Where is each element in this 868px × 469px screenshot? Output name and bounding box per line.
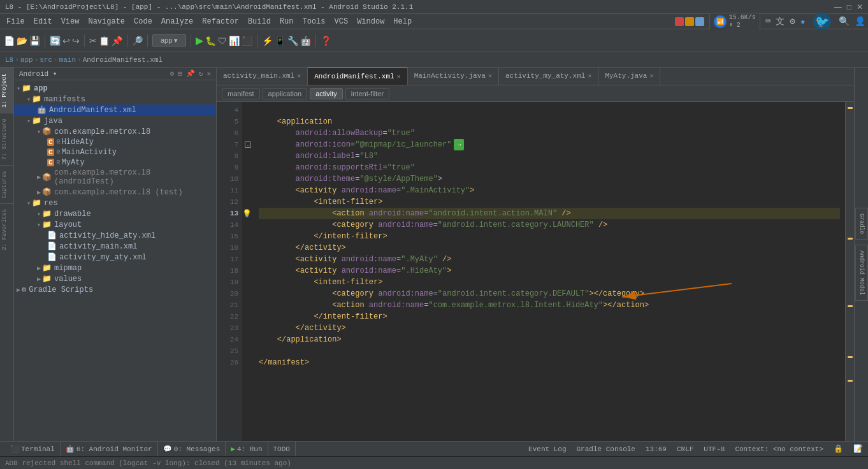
tree-item-package-androidtest[interactable]: ▶ 📦 com.example.metrox.l8 (androidTest) [14, 168, 216, 187]
status-messages[interactable]: 💬 0: Messages [158, 442, 226, 456]
tree-item-res[interactable]: ▾ 📁 res [14, 198, 216, 208]
tree-dropdown[interactable]: Android ▾ [19, 69, 57, 78]
save-btn[interactable]: 💾 [29, 36, 40, 46]
user-icon[interactable]: 👤 [855, 16, 865, 27]
captures-tab[interactable]: Captures [0, 165, 13, 203]
sync-btn[interactable]: 🔄 [50, 36, 61, 46]
code-line-19: <intent-filter> [259, 277, 840, 288]
gradle-sync-btn[interactable]: ⚡ [262, 36, 273, 46]
tree-item-androidmanifest[interactable]: 🤖 AndroidManifest.xml [14, 105, 216, 115]
coverage-btn[interactable]: 🛡 [218, 36, 227, 46]
help-btn[interactable]: ❓ [321, 36, 331, 46]
status-gradle-console[interactable]: Gradle Console [577, 445, 635, 453]
tree-pin-icon[interactable]: 📌 [186, 69, 195, 78]
tree-sync-icon[interactable]: ↻ [199, 69, 203, 78]
tree-item-manifests[interactable]: ▾ 📁 manifests [14, 94, 216, 105]
tree-item-java[interactable]: ▾ 📁 java [14, 115, 216, 126]
menu-window[interactable]: Window [353, 16, 388, 27]
tab-activity-main-xml[interactable]: activity_main.xml ✕ [217, 68, 308, 85]
tree-item-app[interactable]: ▾ 📁 app [14, 83, 216, 94]
status-android-monitor[interactable]: 🤖 6: Android Monitor [61, 442, 158, 456]
avd-btn[interactable]: 📱 [275, 36, 286, 46]
tree-item-activity-hide-aty[interactable]: 📄 activity_hide_aty.xml [14, 230, 216, 241]
menu-help[interactable]: Help [389, 16, 416, 27]
menu-vcs[interactable]: VCS [331, 16, 352, 27]
code-editor[interactable]: 4 5 6 7 8 9 10 11 12 13 14 15 16 17 18 1… [217, 102, 854, 441]
tree-item-package-test[interactable]: ▶ 📦 com.example.metrox.l8 (test) [14, 187, 216, 198]
tree-settings-icon[interactable]: ⚙ [170, 69, 175, 78]
redo-btn[interactable]: ↪ [72, 36, 80, 46]
tree-item-mipmap[interactable]: ▶ 📁 mipmap [14, 263, 216, 273]
tab-activity-my-aty-xml[interactable]: activity_my_aty.xml ✕ [499, 68, 598, 85]
debug-btn[interactable]: 🐛 [205, 36, 216, 46]
tree-item-myaty[interactable]: C R MyAty [14, 157, 216, 168]
status-run[interactable]: ▶ 4: Run [226, 442, 268, 456]
tree-item-gradle-scripts[interactable]: ▶ ⚙ Gradle Scripts [14, 284, 216, 295]
menu-refactor[interactable]: Refactor [198, 16, 243, 27]
undo-btn[interactable]: ↩ [62, 36, 70, 46]
paste-btn[interactable]: 📌 [112, 36, 122, 46]
search-icon[interactable]: 🔍 [839, 16, 850, 27]
tree-collapse-icon[interactable]: ⊟ [178, 69, 182, 78]
right-scroll-gutter[interactable] [845, 102, 854, 441]
breadcrumb-application-btn[interactable]: application [263, 88, 308, 99]
tab-close-my-aty[interactable]: ✕ [588, 72, 591, 80]
code-line-10: android:theme="@style/AppTheme"> [259, 173, 840, 185]
breadcrumb-manifest[interactable]: AndroidManifest.xml [83, 56, 163, 64]
menu-navigate[interactable]: Navigate [84, 16, 129, 27]
status-line-ending[interactable]: CRLF [677, 445, 693, 453]
tree-item-activity-main[interactable]: 📄 activity_main.xml [14, 241, 216, 252]
tree-hide-icon[interactable]: ✕ [206, 69, 211, 78]
menu-view[interactable]: View [57, 16, 83, 27]
tab-close-mainactivity[interactable]: ✕ [488, 72, 492, 80]
profile-btn[interactable]: 📊 [229, 36, 240, 46]
menu-file[interactable]: File [3, 16, 29, 27]
breadcrumb-manifest-btn[interactable]: manifest [222, 88, 260, 99]
gradle-side-tab[interactable]: Gradle [855, 208, 868, 240]
app-selector[interactable]: app ▾ [152, 34, 186, 47]
tab-close-activity-main[interactable]: ✕ [297, 72, 301, 80]
breadcrumb-app[interactable]: app [20, 56, 33, 64]
new-file-btn[interactable]: 📄 [4, 36, 15, 46]
tree-item-values[interactable]: ▶ 📁 values [14, 273, 216, 284]
menu-build[interactable]: Build [244, 16, 275, 27]
menu-analyze[interactable]: Analyze [157, 16, 197, 27]
tree-item-hideaty[interactable]: C R HideAty [14, 137, 216, 147]
sdk-btn[interactable]: 🔧 [287, 36, 298, 46]
android-model-side-tab[interactable]: Android Model [855, 245, 868, 301]
breadcrumb-intent-filter-btn[interactable]: intent-filter [345, 88, 389, 99]
status-terminal[interactable]: ⬛ Terminal [5, 442, 61, 456]
menu-tools[interactable]: Tools [299, 16, 329, 27]
tree-item-drawable[interactable]: ▾ 📁 drawable [14, 208, 216, 219]
breadcrumb-l8[interactable]: L8 [5, 56, 13, 64]
menu-edit[interactable]: Edit [30, 16, 56, 27]
tree-item-activity-my-aty[interactable]: 📄 activity_my_aty.xml [14, 252, 216, 263]
tab-myaty-java[interactable]: MyAty.java ✕ [598, 68, 660, 85]
favorites-tab[interactable]: 2: Favorites [0, 203, 13, 256]
stop-btn[interactable]: ⬛ [242, 36, 252, 46]
breadcrumb-activity-btn[interactable]: activity [310, 88, 343, 99]
tree-item-package-main[interactable]: ▾ 📦 com.example.metrox.l8 [14, 126, 216, 137]
tab-mainactivity-java[interactable]: MainActivity.java ✕ [408, 68, 499, 85]
project-tab[interactable]: 1: Project [0, 68, 13, 113]
menu-run[interactable]: Run [276, 16, 298, 27]
status-event-log[interactable]: Event Log [528, 445, 566, 453]
tab-androidmanifest[interactable]: AndroidManifest.xml ✕ [308, 68, 407, 85]
tree-item-layout[interactable]: ▾ 📁 layout [14, 219, 216, 230]
find-btn[interactable]: 🔎 [132, 36, 143, 46]
copy-btn[interactable]: 📋 [99, 36, 110, 46]
tab-close-androidmanifest[interactable]: ✕ [397, 73, 401, 80]
breadcrumb-main[interactable]: main [59, 56, 76, 64]
structure-tab[interactable]: 7: Structure [0, 113, 13, 165]
run-btn[interactable]: ▶ [196, 34, 203, 47]
status-todo[interactable]: TODO [268, 442, 296, 456]
menu-code[interactable]: Code [130, 16, 156, 27]
status-encoding[interactable]: UTF-8 [704, 445, 725, 453]
open-btn[interactable]: 📂 [17, 36, 27, 46]
tab-close-myaty[interactable]: ✕ [649, 72, 653, 80]
code-content[interactable]: <application android:allowBackup="true" … [254, 102, 845, 441]
breadcrumb-src[interactable]: src [40, 56, 52, 64]
tree-item-mainactivity[interactable]: C R MainActivity [14, 147, 216, 157]
android-device-monitor[interactable]: 🤖 [300, 36, 311, 46]
cut-btn[interactable]: ✂ [89, 36, 97, 46]
